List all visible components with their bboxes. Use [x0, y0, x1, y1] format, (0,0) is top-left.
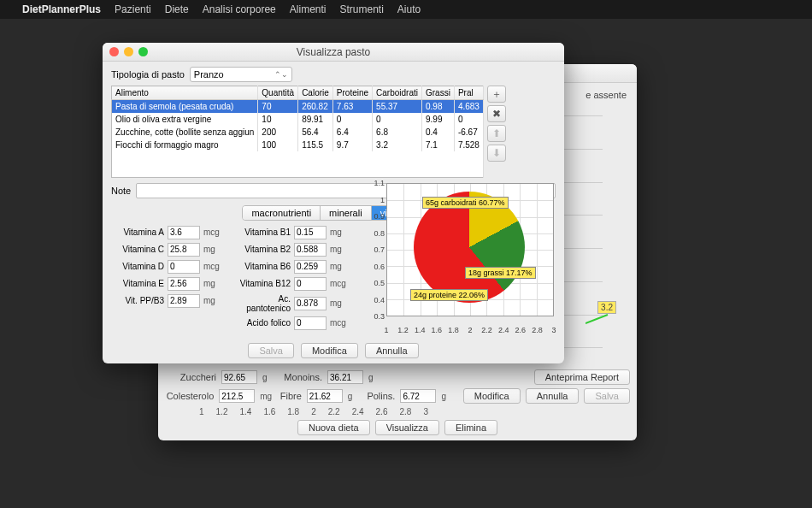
back-chart-line: [585, 313, 611, 325]
nuova-dieta-button[interactable]: Nuova dieta: [297, 420, 370, 435]
input-fibre[interactable]: [307, 389, 343, 403]
th-quantita[interactable]: Quantità: [258, 86, 298, 100]
move-down-icon[interactable]: ⬇: [487, 145, 506, 162]
x-tick: 2.8: [532, 326, 543, 334]
front-salva-button[interactable]: Salva: [248, 343, 294, 358]
vitamin-unit: mg: [330, 227, 349, 237]
cell: 7.63: [332, 100, 372, 114]
x-tick: 2: [468, 326, 472, 334]
th-carboidrati[interactable]: Carboidrati: [373, 86, 422, 100]
table-row[interactable]: Zucchine, cotte (bollite senza aggiun200…: [112, 126, 484, 139]
tipologia-value: Pranzo: [194, 69, 224, 80]
vitamin-unit: mcg: [203, 262, 222, 271]
cell: 100: [258, 139, 298, 151]
back-salva-button[interactable]: Salva: [584, 388, 630, 404]
back-modifica-button[interactable]: Modifica: [463, 388, 521, 404]
back-annulla-button[interactable]: Annulla: [526, 388, 580, 404]
unit-polins: g: [441, 392, 452, 401]
cell: 7.528: [454, 139, 483, 151]
menu-aiuto[interactable]: Aiuto: [397, 3, 421, 15]
unit-monoins: g: [368, 373, 380, 382]
x-tick: 2.4: [498, 326, 509, 334]
table-header-row: Alimento Quantità Calorie Proteine Carbo…: [112, 86, 484, 100]
x-tick: 1: [384, 326, 388, 334]
vitamin-label: Acido folico: [238, 318, 291, 328]
vitamin-input[interactable]: [294, 260, 327, 274]
label-colesterolo: Colesterolo: [165, 391, 214, 401]
app-name[interactable]: DietPlannerPlus: [22, 3, 101, 15]
vitamin-unit: mg: [203, 245, 222, 254]
tab-macronutrienti[interactable]: macronutrienti: [243, 206, 321, 220]
cell: 4.683: [454, 100, 483, 114]
window-title: Visualizza pasto: [103, 46, 564, 58]
menu-pazienti[interactable]: Pazienti: [115, 3, 151, 15]
food-table: Alimento Quantità Calorie Proteine Carbo…: [111, 86, 484, 178]
menu-alimenti[interactable]: Alimenti: [290, 3, 327, 15]
cell: 6.4: [332, 126, 372, 139]
unit-fibre: g: [348, 392, 359, 401]
cell: 0.4: [422, 126, 455, 139]
vitamin-label: Vitamina C: [111, 245, 164, 254]
x-tick: 2.2: [481, 326, 492, 334]
th-calorie[interactable]: Calorie: [298, 86, 333, 100]
cell: 56.4: [298, 126, 333, 139]
vitamin-unit: mg: [203, 296, 222, 305]
table-row[interactable]: Olio di oliva extra vergine1089.91009.99…: [112, 113, 484, 126]
cell: 9.7: [332, 139, 372, 151]
vitamin-row: Acido folicomcg: [238, 316, 349, 330]
th-pral[interactable]: Pral: [454, 86, 483, 100]
x-tick: 1.6: [432, 326, 443, 334]
menu-analisi[interactable]: Analisi corporee: [203, 3, 276, 15]
vitamin-input[interactable]: [294, 226, 327, 239]
vitamin-unit: mcg: [203, 227, 222, 237]
add-icon[interactable]: ＋: [487, 86, 506, 103]
note-label: Note: [111, 186, 131, 196]
vitamin-label: Vitamina B12: [238, 279, 291, 288]
cell: 3.2: [373, 139, 422, 151]
x-tick: 2.6: [515, 326, 527, 334]
visualizza-button[interactable]: Visualizza: [375, 420, 439, 435]
input-zuccheri[interactable]: [221, 370, 257, 384]
th-proteine[interactable]: Proteine: [332, 86, 372, 100]
cell: Pasta di semola (pesata cruda): [112, 100, 258, 114]
vitamin-label: Vit. PP/B3: [111, 296, 164, 305]
table-row[interactable]: Pasta di semola (pesata cruda)70260.827.…: [112, 100, 484, 114]
system-menubar: DietPlannerPlus Pazienti Diete Analisi c…: [0, 0, 812, 19]
front-annulla-button[interactable]: Annulla: [365, 343, 419, 358]
vitamin-input[interactable]: [168, 226, 200, 239]
vitamin-input[interactable]: [168, 243, 200, 257]
vitamin-label: Vitamina B6: [238, 262, 291, 271]
remove-icon[interactable]: ✖: [487, 105, 506, 122]
input-colesterolo[interactable]: [219, 389, 255, 403]
menu-strumenti[interactable]: Strumenti: [339, 3, 383, 15]
input-polins[interactable]: [400, 389, 436, 403]
vitamin-input[interactable]: [168, 260, 200, 274]
elimina-button[interactable]: Elimina: [444, 420, 497, 435]
front-modifica-button[interactable]: Modifica: [301, 343, 358, 358]
tipologia-select[interactable]: Pranzo ⌃⌄: [190, 67, 292, 82]
y-tick: 1: [362, 196, 385, 204]
anteprima-report-button[interactable]: Anteprima Report: [534, 369, 630, 385]
vitamin-row: Ac. pantotenicomg: [238, 294, 349, 313]
vitamin-unit: mg: [330, 298, 349, 308]
vitamin-input[interactable]: [168, 277, 200, 291]
menu-diete[interactable]: Diete: [165, 3, 189, 15]
vitamin-label: Vitamina B2: [238, 245, 291, 254]
vitamin-input[interactable]: [168, 294, 200, 308]
label-assente: e assente: [585, 90, 627, 100]
vitamin-input[interactable]: [294, 277, 327, 291]
move-up-icon[interactable]: ⬆: [487, 125, 506, 142]
pie-label-grassi: 18g grassi 17.17%: [465, 267, 536, 279]
vitamin-input[interactable]: [294, 297, 327, 310]
th-alimento[interactable]: Alimento: [112, 86, 258, 100]
vitamin-input[interactable]: [294, 316, 327, 330]
input-monoins[interactable]: [327, 370, 363, 384]
th-grassi[interactable]: Grassi: [422, 86, 455, 100]
cell: 115.5: [298, 139, 333, 151]
back-badge-value: 3.2: [597, 301, 616, 314]
vitamin-input[interactable]: [294, 243, 327, 257]
label-monoins: Monoins.: [279, 372, 322, 382]
vitamin-label: Ac. pantotenico: [238, 294, 291, 313]
table-row[interactable]: Fiocchi di formaggio magro100115.59.73.2…: [112, 139, 484, 151]
cell: Zucchine, cotte (bollite senza aggiun: [112, 126, 258, 139]
